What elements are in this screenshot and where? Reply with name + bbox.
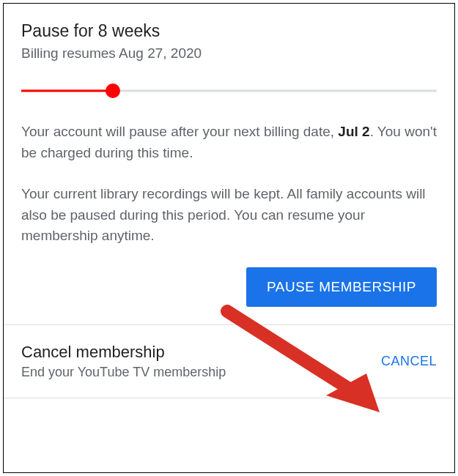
cancel-title: Cancel membership bbox=[21, 343, 226, 362]
pause-body-1: Your account will pause after your next … bbox=[21, 122, 437, 163]
pause-body-1-date: Jul 2 bbox=[338, 124, 369, 139]
cancel-section: Cancel membership End your YouTube TV me… bbox=[4, 325, 454, 398]
cancel-subtitle: End your YouTube TV membership bbox=[21, 365, 226, 380]
pause-body-1-pre: Your account will pause after your next … bbox=[21, 124, 338, 139]
pause-duration-slider[interactable] bbox=[21, 83, 437, 98]
slider-fill bbox=[21, 90, 113, 92]
pause-membership-button[interactable]: PAUSE MEMBERSHIP bbox=[246, 267, 437, 307]
cancel-link[interactable]: CANCEL bbox=[381, 354, 437, 369]
pause-body-2: Your current library recordings will be … bbox=[21, 184, 437, 247]
slider-thumb[interactable] bbox=[106, 83, 120, 98]
divider-bottom bbox=[4, 398, 454, 398]
pause-title: Pause for 8 weeks bbox=[21, 21, 437, 41]
pause-subtitle: Billing resumes Aug 27, 2020 bbox=[21, 45, 437, 62]
